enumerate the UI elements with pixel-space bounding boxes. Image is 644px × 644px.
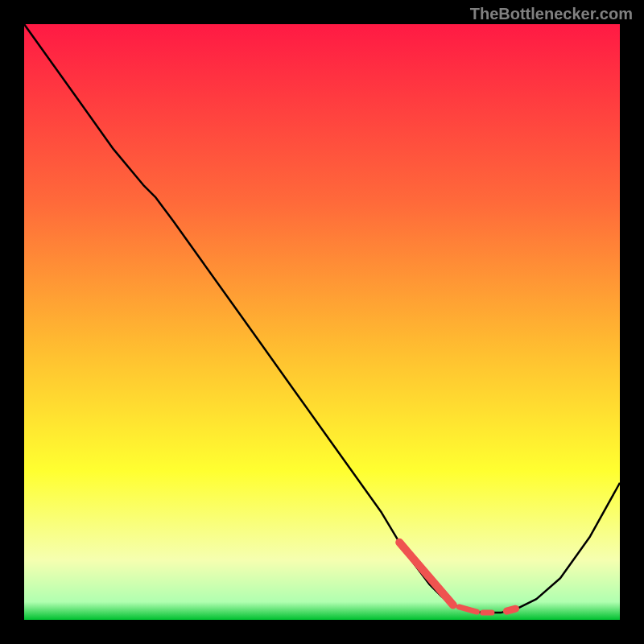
plot-area xyxy=(24,24,620,620)
highlight-dot xyxy=(506,609,515,611)
gradient-background xyxy=(24,24,620,620)
watermark-text: TheBottlenecker.com xyxy=(470,5,633,23)
plot-svg xyxy=(24,24,620,620)
chart-container: TheBottlenecker.com xyxy=(0,0,644,644)
